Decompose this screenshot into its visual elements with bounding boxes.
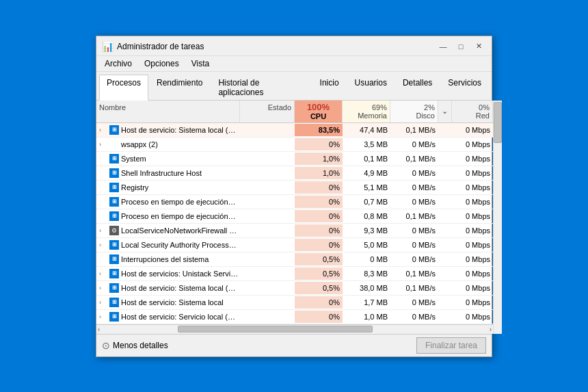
chevron-up-icon: ⊙ — [102, 340, 110, 351]
cell-cpu: 0,5% — [295, 253, 343, 265]
cell-state — [240, 228, 295, 233]
table-row[interactable]: ›⊞Host de servicio: Sistema local (…0,5%… — [96, 281, 493, 296]
table-row[interactable]: ›⊞Local Security Authority Process…0%5,0… — [96, 238, 493, 252]
cell-sort-spacer — [438, 272, 452, 276]
table-row[interactable]: ›wsappx (2)0%3,5 MB0 MB/s0 Mbps — [96, 138, 493, 152]
cell-memory: 3,5 MB — [343, 138, 390, 151]
cell-state — [240, 128, 295, 132]
table-body: ›⊞Host de servicio: Sistema local (…83,5… — [96, 123, 493, 324]
less-details-button[interactable]: ⊙ Menos detalles — [102, 340, 168, 351]
expand-arrow[interactable]: › — [99, 299, 107, 306]
table-row[interactable]: ›⊞Host de servicio: Servicio local (…0%1… — [96, 310, 493, 324]
col-nombre[interactable]: Nombre — [96, 101, 240, 122]
cell-sort-spacer — [438, 128, 452, 132]
tab-inicio[interactable]: Inicio — [312, 75, 347, 100]
cell-memory: 8,3 MB — [343, 267, 390, 280]
expand-arrow[interactable]: › — [99, 313, 107, 320]
process-name: Host de servicio: Sistema local (… — [121, 284, 236, 292]
tab-servicios[interactable]: Servicios — [440, 75, 489, 100]
process-name: Shell Infrastructure Host — [121, 169, 202, 177]
process-name: Proceso en tiempo de ejecución… — [121, 212, 236, 220]
cell-network: 0 Mbps — [452, 239, 493, 251]
close-button[interactable]: ✕ — [471, 40, 486, 53]
col-network[interactable]: 0% Red — [452, 101, 493, 122]
cell-state — [240, 142, 295, 146]
process-icon-blue: ⊞ — [109, 125, 119, 135]
table-main: Nombre Estado 100% CPU 69% Memoria 2% Di… — [96, 101, 493, 334]
cell-disk: 0 MB/s — [390, 239, 438, 251]
process-name: Host de servicios: Unistack Servi… — [121, 270, 238, 278]
expand-arrow[interactable]: › — [99, 127, 107, 133]
cpu-lbl: CPU — [310, 112, 326, 120]
process-name: Local Security Authority Process… — [121, 241, 237, 249]
table-row[interactable]: ›⊞Host de servicio: Sistema local (…83,5… — [96, 123, 493, 138]
menu-opciones[interactable]: Opciones — [139, 57, 185, 70]
cell-network: 0 Mbps — [452, 311, 493, 323]
maximize-button[interactable]: □ — [453, 40, 468, 53]
menu-vista[interactable]: Vista — [186, 57, 215, 70]
cell-network: 0 Mbps — [452, 124, 493, 136]
expand-arrow[interactable]: › — [99, 285, 107, 291]
col-memory[interactable]: 69% Memoria — [343, 101, 390, 122]
cell-memory: 0 MB — [343, 253, 390, 265]
h-scroll-track[interactable] — [100, 326, 489, 332]
table-row[interactable]: ⊞Registry0%5,1 MB0 MB/s0 Mbps — [96, 181, 493, 195]
cell-cpu: 0% — [295, 210, 343, 222]
cell-memory: 47,4 MB — [343, 124, 390, 136]
menu-archivo[interactable]: Archivo — [99, 57, 137, 70]
cell-sort-spacer — [438, 243, 452, 247]
expand-arrow[interactable]: › — [99, 227, 107, 234]
cell-memory: 1,7 MB — [343, 296, 390, 309]
expand-arrow[interactable]: › — [99, 270, 107, 277]
tabs-bar: Procesos Rendimiento Historial de aplica… — [96, 72, 492, 101]
cell-state — [240, 300, 295, 304]
cell-state — [240, 157, 295, 161]
table-row[interactable]: ⊞Interrupciones del sistema0,5%0 MB0 MB/… — [96, 252, 493, 267]
tab-usuarios[interactable]: Usuarios — [347, 75, 395, 100]
cell-name: ›⊞Local Security Authority Process… — [96, 238, 240, 252]
cell-cpu: 0,5% — [295, 267, 343, 280]
tab-detalles[interactable]: Detalles — [395, 75, 440, 100]
table-row[interactable]: ⊞Proceso en tiempo de ejecución…0%0,7 MB… — [96, 195, 493, 209]
tab-procesos[interactable]: Procesos — [99, 75, 148, 101]
task-manager-window: 📊 Administrador de tareas — □ ✕ Archivo … — [96, 36, 492, 357]
cell-cpu: 1,0% — [295, 153, 343, 165]
v-scroll-thumb[interactable] — [494, 102, 502, 143]
cell-name: ›⊞Host de servicios: Unistack Servi… — [96, 267, 240, 280]
table-row[interactable]: ›⚙LocalServiceNoNetworkFirewall …0%9,3 M… — [96, 224, 493, 238]
tab-historial[interactable]: Historial de aplicaciones — [211, 75, 311, 100]
cell-memory: 5,1 MB — [343, 181, 390, 194]
table-row[interactable]: ⊞System1,0%0,1 MB0,1 MB/s0 Mbps — [96, 152, 493, 166]
expand-arrow[interactable]: › — [99, 241, 107, 248]
cell-name: ›⚙LocalServiceNoNetworkFirewall … — [96, 224, 240, 237]
cell-name: ⊞Interrupciones del sistema — [96, 252, 240, 266]
cell-memory: 0,8 MB — [343, 210, 390, 222]
cell-cpu: 1,0% — [295, 167, 343, 179]
cell-state — [240, 257, 295, 261]
col-estado[interactable]: Estado — [240, 101, 295, 122]
h-scroll-thumb[interactable] — [178, 326, 373, 332]
table-row[interactable]: ⊞Proceso en tiempo de ejecución…0%0,8 MB… — [96, 209, 493, 224]
cell-cpu: 0% — [295, 311, 343, 323]
process-name: wsappx (2) — [121, 140, 158, 148]
table-row[interactable]: ⊞Shell Infrastructure Host1,0%4,9 MB0 MB… — [96, 166, 493, 181]
finalize-task-button[interactable]: Finalizar tarea — [416, 337, 486, 354]
title-bar: 📊 Administrador de tareas — □ ✕ — [96, 36, 492, 56]
tab-rendimiento[interactable]: Rendimiento — [149, 75, 210, 100]
expand-arrow[interactable]: › — [99, 141, 107, 148]
table-row[interactable]: ›⊞Host de servicio: Sistema local0%1,7 M… — [96, 296, 493, 310]
cell-disk: 0 MB/s — [390, 181, 438, 194]
cell-network: 0 Mbps — [452, 210, 493, 222]
cell-name: ⊞Registry — [96, 181, 240, 194]
vertical-scrollbar[interactable] — [493, 101, 502, 334]
window-controls: — □ ✕ — [436, 40, 486, 53]
cell-cpu: 0% — [295, 296, 343, 309]
cell-state — [240, 171, 295, 175]
minimize-button[interactable]: — — [436, 40, 451, 53]
horizontal-scrollbar[interactable]: ‹ › — [96, 324, 493, 334]
cell-sort-spacer — [438, 157, 452, 161]
col-cpu[interactable]: 100% CPU — [295, 101, 343, 122]
cpu-pct: 100% — [307, 102, 330, 112]
table-row[interactable]: ›⊞Host de servicios: Unistack Servi…0,5%… — [96, 267, 493, 281]
col-disk[interactable]: 2% Disco — [390, 101, 438, 122]
